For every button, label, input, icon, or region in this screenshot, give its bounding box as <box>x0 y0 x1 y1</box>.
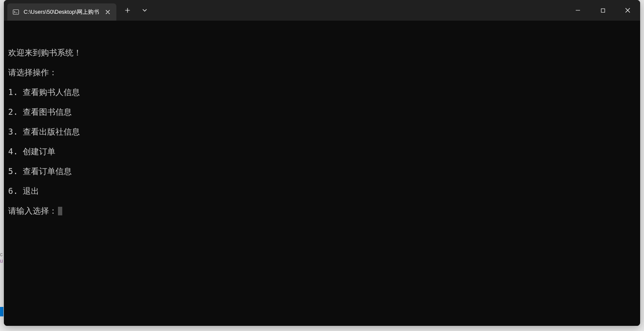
maximize-button[interactable] <box>590 0 615 21</box>
terminal-icon <box>12 9 19 15</box>
title-bar[interactable]: C:\Users\50\Desktop\网上购书 <box>4 0 640 21</box>
menu-item-5: 5. 查看订单信息 <box>8 166 636 176</box>
tab-close-button[interactable] <box>103 8 112 16</box>
title-bar-drag-area[interactable] <box>152 0 565 21</box>
background-text-c: c <box>0 251 3 257</box>
background-blue-accent <box>0 307 3 316</box>
menu-item-2: 2. 查看图书信息 <box>8 107 636 117</box>
text-cursor <box>58 207 62 215</box>
menu-item-4: 4. 创建订单 <box>8 147 636 156</box>
tab-title: C:\Users\50\Desktop\网上购书 <box>24 8 99 16</box>
background-text-u: u <box>0 258 3 264</box>
welcome-line: 欢迎来到购书系统！ <box>8 48 636 58</box>
window-controls <box>565 0 640 21</box>
svg-rect-3 <box>601 9 605 12</box>
menu-item-3: 3. 查看出版社信息 <box>8 127 636 137</box>
svg-rect-0 <box>13 10 19 15</box>
tab-active[interactable]: C:\Users\50\Desktop\网上购书 <box>7 3 116 21</box>
terminal-window: C:\Users\50\Desktop\网上购书 <box>4 0 640 326</box>
instruction-line: 请选择操作： <box>8 67 636 77</box>
tab-actions <box>116 0 152 21</box>
input-prompt: 请输入选择： <box>8 206 57 216</box>
minimize-button[interactable] <box>565 0 590 21</box>
terminal-output[interactable]: 欢迎来到购书系统！ 请选择操作： 1. 查看购书人信息 2. 查看图书信息 3.… <box>4 21 640 326</box>
menu-item-6: 6. 退出 <box>8 186 636 196</box>
new-tab-button[interactable] <box>120 3 135 17</box>
menu-item-1: 1. 查看购书人信息 <box>8 87 636 97</box>
tab-strip: C:\Users\50\Desktop\网上购书 <box>4 0 116 21</box>
close-window-button[interactable] <box>615 0 640 21</box>
tab-dropdown-button[interactable] <box>137 3 152 17</box>
